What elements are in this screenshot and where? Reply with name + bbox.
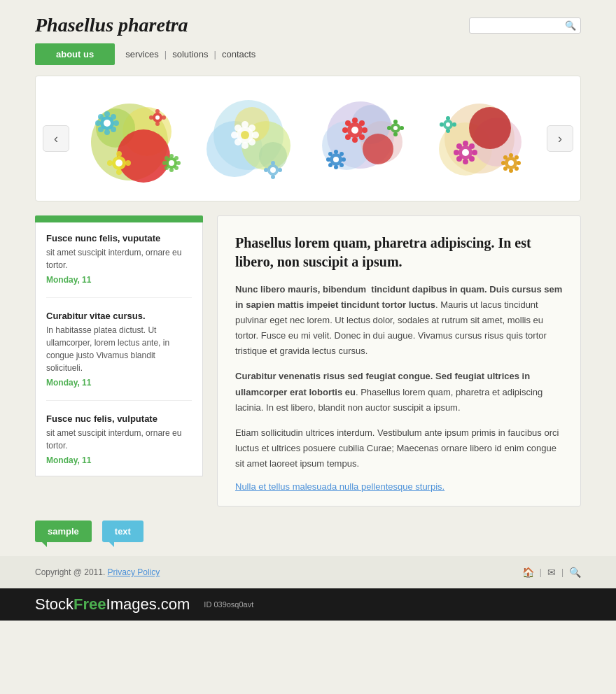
watermark-bar: StockFreeImages.com ID 039osq0avt bbox=[0, 588, 616, 621]
sidebar-item-1-title: Fusce nunc felis, vuputate bbox=[46, 233, 192, 243]
sidebar-item-2-date: Monday, 11 bbox=[46, 378, 192, 388]
sidebar-item-1-text: sit amet suscipit interdum, ornare eu to… bbox=[46, 246, 192, 271]
svg-point-54 bbox=[271, 175, 275, 179]
nav-links: services | solutions | contacts bbox=[125, 49, 255, 59]
main-para-2-bold: Curabitur venenatis risus sed feugiat co… bbox=[235, 371, 530, 397]
svg-point-44 bbox=[241, 142, 248, 149]
svg-point-13 bbox=[111, 127, 116, 132]
svg-point-105 bbox=[509, 169, 513, 173]
svg-point-106 bbox=[501, 161, 505, 165]
svg-point-43 bbox=[241, 121, 248, 128]
nav-sep-2: | bbox=[214, 49, 216, 59]
svg-point-11 bbox=[111, 114, 116, 120]
svg-point-47 bbox=[234, 125, 241, 132]
svg-point-32 bbox=[164, 156, 169, 160]
svg-point-85 bbox=[393, 132, 398, 136]
svg-point-71 bbox=[359, 134, 365, 140]
sidebar-item-3-date: Monday, 11 bbox=[46, 455, 192, 465]
svg-point-99 bbox=[469, 143, 475, 149]
svg-point-28 bbox=[169, 154, 174, 158]
svg-point-34 bbox=[164, 166, 169, 170]
nav-about-button[interactable]: about us bbox=[35, 43, 115, 65]
main-para-2: Curabitur venenatis risus sed feugiat co… bbox=[235, 369, 563, 415]
watermark-text: StockFreeImages.com bbox=[35, 595, 190, 614]
svg-point-77 bbox=[342, 157, 346, 162]
nav-link-services[interactable]: services bbox=[125, 49, 159, 59]
svg-point-55 bbox=[264, 168, 268, 172]
slider: ‹ bbox=[35, 76, 581, 201]
svg-point-115 bbox=[446, 129, 450, 133]
sidebar-item-2-title: Curabitur vitae cursus. bbox=[46, 311, 192, 321]
slider-prev-button[interactable]: ‹ bbox=[43, 125, 69, 152]
footer-copyright-text: Copyright @ 2011. bbox=[35, 567, 105, 577]
svg-point-113 bbox=[446, 122, 450, 127]
main-para-3: Etiam sollicitudin ultrices interdum. Ve… bbox=[235, 425, 563, 472]
search-box[interactable]: 🔍 bbox=[469, 17, 581, 34]
svg-point-9 bbox=[113, 120, 119, 126]
sidebar-item-2-text: In habitasse platea dictust. Ut ullamcor… bbox=[46, 324, 192, 374]
svg-point-50 bbox=[248, 139, 255, 146]
svg-point-5 bbox=[104, 120, 111, 127]
svg-point-80 bbox=[328, 163, 332, 167]
svg-point-53 bbox=[271, 161, 275, 165]
sample-button[interactable]: sample bbox=[35, 520, 92, 542]
svg-point-91 bbox=[469, 107, 511, 149]
main-content: Phasellus lorem quam, pharetra adipiscin… bbox=[217, 215, 581, 507]
buttons-row: sample text bbox=[35, 520, 581, 542]
search-icon[interactable]: 🔍 bbox=[565, 20, 576, 31]
footer-policy-link[interactable]: Privacy Policy bbox=[108, 567, 160, 577]
svg-point-108 bbox=[503, 155, 507, 160]
footer-icons: 🏠 | ✉ | 🔍 bbox=[522, 567, 581, 578]
svg-point-7 bbox=[104, 129, 110, 135]
nav: about us services | solutions | contacts bbox=[0, 43, 616, 65]
svg-point-46 bbox=[252, 132, 259, 139]
footer: Copyright @ 2011. Privacy Policy 🏠 | ✉ |… bbox=[0, 556, 616, 588]
search-footer-icon[interactable]: 🔍 bbox=[569, 567, 581, 578]
footer-copyright: Copyright @ 2011. Privacy Policy bbox=[35, 567, 160, 577]
svg-point-10 bbox=[98, 114, 104, 120]
slide-item-2 bbox=[196, 90, 304, 187]
slider-images bbox=[76, 90, 540, 187]
svg-point-104 bbox=[509, 153, 513, 157]
svg-point-117 bbox=[452, 122, 456, 127]
svg-point-94 bbox=[463, 141, 468, 146]
footer-sep-2: | bbox=[561, 567, 564, 577]
nav-link-contacts[interactable]: contacts bbox=[222, 49, 255, 59]
svg-point-74 bbox=[334, 150, 338, 154]
slide-item-4 bbox=[427, 90, 536, 187]
sidebar-body: Fusce nunc felis, vuputate sit amet susc… bbox=[35, 222, 203, 476]
svg-point-42 bbox=[241, 131, 249, 139]
sidebar-item-1-date: Monday, 11 bbox=[46, 275, 192, 285]
nav-link-solutions[interactable]: solutions bbox=[172, 49, 208, 59]
svg-point-22 bbox=[116, 151, 122, 157]
svg-point-73 bbox=[333, 157, 339, 162]
svg-point-75 bbox=[334, 165, 338, 169]
search-input[interactable] bbox=[474, 20, 565, 30]
svg-point-16 bbox=[155, 109, 160, 113]
svg-point-107 bbox=[517, 161, 521, 165]
svg-point-110 bbox=[503, 167, 507, 171]
svg-point-66 bbox=[342, 127, 348, 133]
email-icon[interactable]: ✉ bbox=[547, 567, 556, 578]
site-title: Phasellus pharetra bbox=[35, 14, 188, 36]
slider-next-button[interactable]: › bbox=[547, 125, 573, 152]
svg-point-61 bbox=[363, 134, 393, 164]
sidebar-item-3: Fusce nuc felis, vulputate sit amet susc… bbox=[46, 413, 192, 465]
watermark-images: Images.com bbox=[106, 595, 190, 613]
main-content-link[interactable]: Nulla et tellus malesuada nulla pellente… bbox=[235, 481, 444, 492]
svg-point-35 bbox=[174, 166, 178, 170]
svg-point-24 bbox=[107, 160, 113, 166]
home-icon[interactable]: 🏠 bbox=[522, 567, 534, 578]
svg-point-3 bbox=[117, 129, 170, 183]
svg-point-19 bbox=[162, 115, 166, 120]
svg-point-95 bbox=[463, 159, 468, 164]
svg-point-114 bbox=[446, 116, 450, 120]
svg-point-69 bbox=[359, 120, 365, 126]
svg-point-29 bbox=[169, 168, 174, 172]
sidebar-item-1: Fusce nunc felis, vuputate sit amet susc… bbox=[46, 233, 192, 298]
text-button[interactable]: text bbox=[102, 520, 144, 542]
svg-point-68 bbox=[345, 120, 351, 126]
svg-point-81 bbox=[340, 163, 344, 167]
watermark-stock: Stock bbox=[35, 595, 74, 613]
svg-point-70 bbox=[345, 134, 351, 140]
